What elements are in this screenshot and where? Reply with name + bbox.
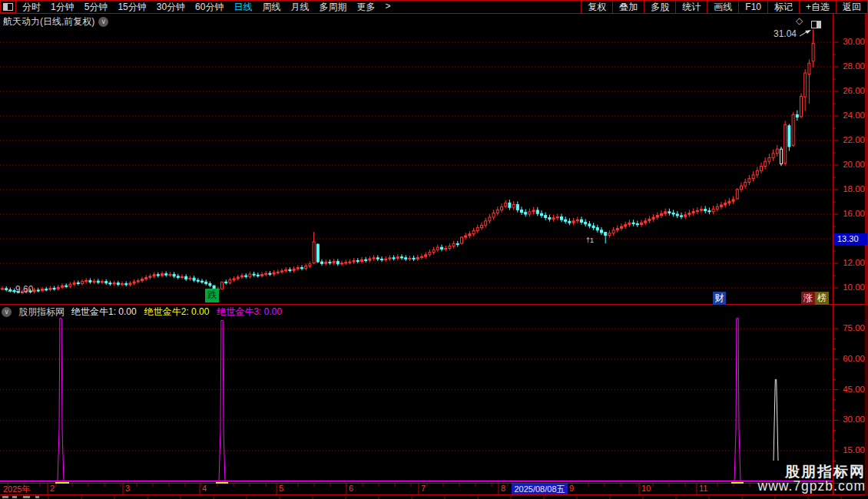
toolbar-item-分时[interactable]: 分时 [22,1,41,14]
toolbar-item-+自选[interactable]: +自选 [799,1,836,13]
toolbar-item-标记[interactable]: 标记 [767,1,799,13]
toolbar-item-30分钟[interactable]: 30分钟 [157,1,185,14]
toolbar-item-统计[interactable]: 统计 [675,1,707,13]
toolbar-item-1分钟[interactable]: 1分钟 [51,1,75,14]
toolbar-item-叠加[interactable]: 叠加 [612,1,644,13]
toolbar-item-多股[interactable]: 多股 [644,1,675,13]
toolbar-item-多周期[interactable]: 多周期 [319,1,346,14]
toolbar-item-周线[interactable]: 周线 [262,1,280,14]
toolbar-item-返回[interactable]: 返回 [836,1,868,13]
toolbar-item-画线[interactable]: 画线 [707,1,738,13]
tools-menu: 复权叠加多股统计画线F10标记+自选返回 [581,1,868,13]
chart-canvas[interactable] [0,0,868,499]
app-window: 分时1分钟5分钟15分钟30分钟60分钟日线周线月线多周期更多> 复权叠加多股统… [0,0,868,499]
chevron-right-icon[interactable]: > [385,1,390,14]
split-square-icon [3,3,13,11]
toolbar-item-日线[interactable]: 日线 [234,1,252,14]
top-toolbar: 分时1分钟5分钟15分钟30分钟60分钟日线周线月线多周期更多> 复权叠加多股统… [0,0,868,14]
toolbar-item-5分钟[interactable]: 5分钟 [84,1,108,14]
layout-split-button[interactable] [0,1,16,13]
period-menu: 分时1分钟5分钟15分钟30分钟60分钟日线周线月线多周期更多> [16,1,581,14]
toolbar-item-更多[interactable]: 更多 [356,1,375,14]
toolbar-item-复权[interactable]: 复权 [581,1,612,13]
toolbar-item-F10[interactable]: F10 [738,1,767,13]
toolbar-item-15分钟[interactable]: 15分钟 [118,1,146,14]
toolbar-item-月线[interactable]: 月线 [290,1,309,14]
toolbar-item-60分钟[interactable]: 60分钟 [195,1,224,14]
